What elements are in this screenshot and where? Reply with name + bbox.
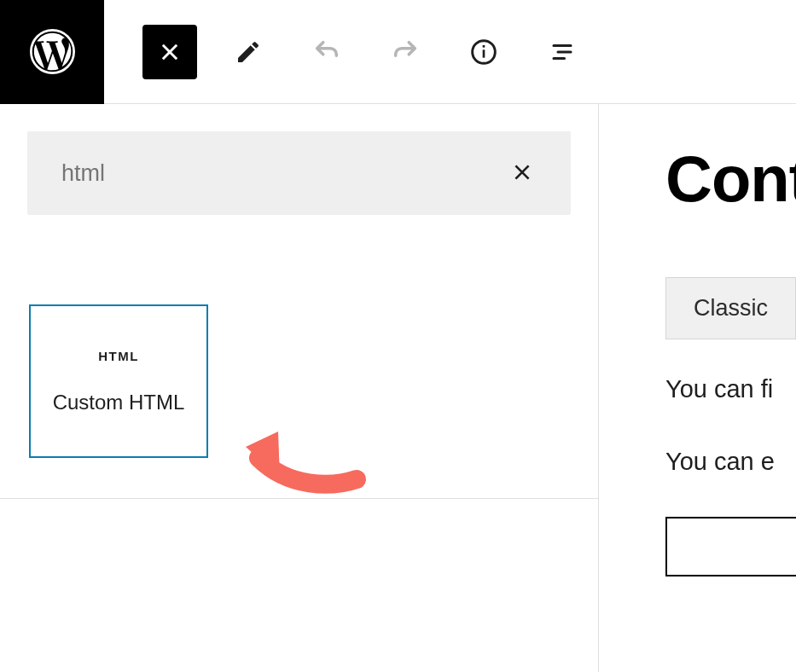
search-wrap [0, 104, 598, 215]
redo-icon [391, 38, 420, 67]
undo-icon [312, 38, 341, 67]
editor-toolbar [142, 25, 590, 79]
redo-button[interactable] [378, 25, 433, 79]
block-search-bar [27, 131, 571, 215]
outline-icon [549, 39, 575, 65]
divider [0, 498, 598, 499]
content-text-2: You can e [665, 448, 796, 476]
content-input-box[interactable] [665, 517, 796, 576]
wordpress-logo-box[interactable] [0, 0, 104, 104]
svg-rect-2 [483, 49, 485, 57]
block-results: HTML Custom HTML [0, 215, 598, 458]
html-icon: HTML [98, 349, 139, 363]
outline-button[interactable] [535, 25, 590, 79]
edit-button[interactable] [221, 25, 276, 79]
classic-button[interactable]: Classic [665, 277, 796, 339]
close-icon [511, 161, 533, 183]
close-icon [158, 40, 182, 64]
info-button[interactable] [456, 25, 511, 79]
editor-topbar [0, 0, 796, 104]
block-custom-html[interactable]: HTML Custom HTML [29, 304, 208, 458]
page-title: Cont [665, 142, 796, 216]
undo-button[interactable] [299, 25, 354, 79]
block-title: Custom HTML [53, 391, 185, 414]
pencil-icon [235, 38, 262, 66]
block-search-input[interactable] [61, 160, 508, 187]
main-area: HTML Custom HTML Cont Classic You can fi… [0, 104, 796, 672]
clear-search-button[interactable] [508, 158, 537, 189]
block-inserter-panel: HTML Custom HTML [0, 104, 599, 672]
info-icon [470, 38, 497, 66]
wordpress-icon [29, 28, 76, 75]
content-panel: Cont Classic You can fi You can e [599, 104, 796, 672]
close-inserter-button[interactable] [142, 25, 197, 79]
content-text-1: You can fi [665, 375, 796, 403]
svg-rect-3 [483, 45, 485, 48]
